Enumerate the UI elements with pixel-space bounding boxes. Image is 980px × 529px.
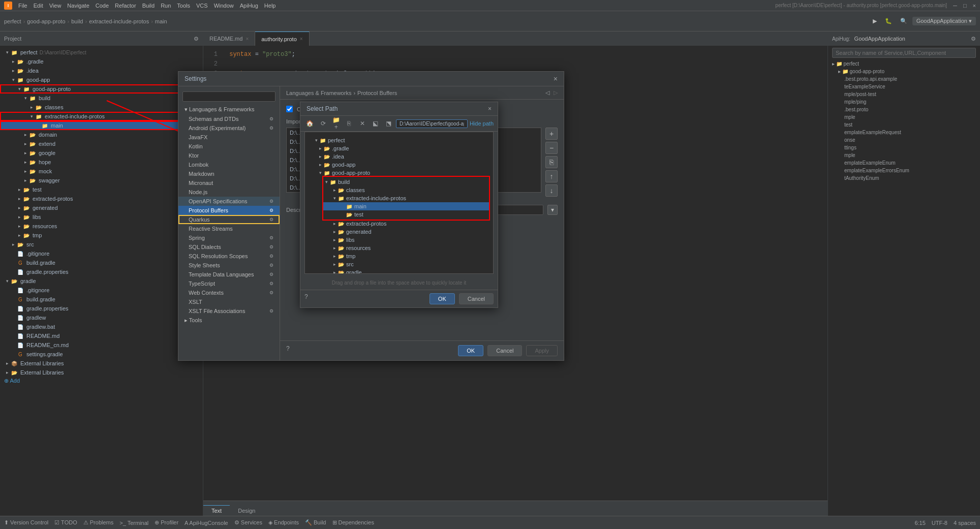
nav-xslt[interactable]: XSLT [178,297,280,306]
nav-item-test[interactable]: test [828,121,980,129]
tree-item-domain[interactable]: ▸ 📂 domain [0,130,203,139]
tree-item-swagger[interactable]: ▸ 📂 swagger [0,176,203,185]
nav-kotlin[interactable]: Kotlin [178,142,280,151]
tree-item-extend[interactable]: ▸ 📂 extend [0,139,203,148]
add-path-btn[interactable]: + [545,128,558,140]
ftree-main[interactable]: 📁 main [323,202,489,210]
menu-help[interactable]: Help [264,3,276,9]
nav-markdown[interactable]: Markdown [178,169,280,178]
tree-item-tmp[interactable]: ▸ 📂 tmp [0,231,203,240]
nav-item-api-example[interactable]: .best.proto.api.example [828,75,980,83]
ftree-perfect[interactable]: ▾ 📁 perfect [309,136,489,144]
nav-sql-resolution[interactable]: SQL Resolution Scopes ⚙ [178,252,280,261]
menu-tools[interactable]: Tools [177,3,190,9]
menu-navigate[interactable]: Navigate [67,3,89,9]
move-up-btn[interactable]: ↑ [545,170,558,182]
settings-back-btn[interactable]: ◁ [545,89,549,96]
breadcrumb-good-app-proto[interactable]: good-app-proto [27,18,65,24]
nav-item-ping[interactable]: mple/ping [828,98,980,106]
nav-item-mple[interactable]: mple [828,113,980,121]
dialog-new-folder-btn[interactable]: 📁+ [330,118,342,129]
status-version-control[interactable]: ⬆ Version Control [4,519,48,526]
menu-window[interactable]: Window [214,3,234,9]
nav-ktor[interactable]: Ktor [178,151,280,160]
ftree-extracted-protos[interactable]: ▸ 📂 extracted-protos [309,220,489,228]
tree-item-scratches[interactable]: ▸ 📂 External Libraries [0,368,203,377]
tree-item-mock[interactable]: ▸ 📂 mock [0,167,203,176]
tree-item-gradle[interactable]: ▸ 📂 .gradle [0,57,203,66]
menu-file[interactable]: File [18,3,27,9]
tree-item-gradle-folder[interactable]: ▾ 📂 gradle [0,276,203,286]
descriptor-dropdown-btn[interactable]: ▾ [547,205,558,215]
status-build[interactable]: 🔨 Build [305,519,326,526]
tree-item-resources[interactable]: ▸ 📂 resources [0,222,203,231]
nav-spring[interactable]: Spring ⚙ [178,233,280,242]
search-everywhere-btn[interactable]: 🔍 [897,17,910,25]
tree-item-hope[interactable]: ▸ 📂 hope [0,158,203,167]
tree-item-extracted-protos[interactable]: ▸ 📂 extracted-protos [0,194,203,203]
tree-item-classes[interactable]: ▸ 📂 classes [0,103,203,112]
ftree-good-app-proto[interactable]: ▾ 📁 good-app-proto [309,169,489,177]
status-todo[interactable]: ☑ TODO [54,519,77,526]
tree-item-readme[interactable]: 📄 README.md [0,331,203,340]
menu-code[interactable]: Code [96,3,109,9]
right-panel-app[interactable]: GoodAppApplication [854,36,905,42]
nav-quarkus[interactable]: Quarkus ⚙ [178,215,280,224]
move-down-btn[interactable]: ↓ [545,184,558,197]
dialog-copy-btn[interactable]: ⎘ [344,118,355,129]
ftree-generated[interactable]: ▸ 📂 generated [309,228,489,236]
status-services[interactable]: ⚙ Services [234,519,262,526]
nav-web-contexts[interactable]: Web Contexts ⚙ [178,288,280,297]
ftree-classes[interactable]: ▸ 📂 classes [323,186,489,194]
hide-path-btn[interactable]: Hide path [470,120,494,127]
status-profiler[interactable]: ⊕ Profiler [155,519,178,526]
status-terminal[interactable]: >_ Terminal [119,520,148,526]
nav-item-good-app-proto[interactable]: ▸ 📁 good-app-proto [828,68,980,75]
tree-item-libs[interactable]: ▸ 📂 libs [0,212,203,222]
right-panel-search-input[interactable] [832,48,976,58]
tree-item-build-gradle[interactable]: G build.gradle [0,258,203,267]
maximize-btn[interactable]: □ [963,3,967,9]
ftree-extracted-include-protos[interactable]: ▾ 📁 extracted-include-protos [323,194,489,202]
remove-path-btn[interactable]: − [545,142,558,154]
nav-item-post-test[interactable]: mple/post-test [828,90,980,98]
nav-template-data[interactable]: Template Data Languages ⚙ [178,270,280,279]
dialog-close-btn[interactable]: × [488,105,492,112]
nav-item-mple2[interactable]: mple [828,151,980,159]
breadcrumb-perfect[interactable]: perfect [4,18,21,24]
nav-sql-dialects[interactable]: SQL Dialects ⚙ [178,242,280,252]
dialog-help-btn[interactable]: ? [304,293,308,304]
debug-btn[interactable]: 🐛 [882,17,895,25]
menu-build[interactable]: Build [142,3,155,9]
tree-item-gradle-props2[interactable]: 📄 gradle.properties [0,304,203,313]
breadcrumb-build[interactable]: build [71,18,83,24]
close-btn[interactable]: × [973,3,976,9]
nav-reactive-streams[interactable]: Reactive Streams [178,224,280,233]
breadcrumb-extracted[interactable]: extracted-include-protos [89,18,149,24]
dialog-delete-btn[interactable]: ✕ [357,118,368,129]
nav-item-perfect[interactable]: ▸ 📁 perfect [828,60,980,68]
tab-readme[interactable]: README.md × [203,32,255,46]
tree-item-idea[interactable]: ▸ 📂 .idea [0,66,203,75]
status-apihug[interactable]: A ApiHugConsole [185,520,228,526]
tree-item-external-libs[interactable]: ▸ 📦 External Libraries [0,359,203,368]
tree-item-extracted-include-protos[interactable]: ▾ 📁 extracted-include-protos [0,112,203,121]
menu-view[interactable]: View [49,3,62,9]
tree-item-gradle-props[interactable]: 📄 gradle.properties [0,267,203,276]
tree-item-good-app[interactable]: ▾ 📁 good-app [0,75,203,84]
menu-run[interactable]: Run [161,3,171,9]
nav-item-response[interactable]: onse [828,136,980,144]
nav-item-authority-enum[interactable]: tAuthorityEnum [828,174,980,182]
status-endpoints[interactable]: ◈ Endpoints [268,519,299,526]
ftree-resources[interactable]: ▸ 📂 resources [309,244,489,252]
right-panel-settings-icon[interactable]: ⚙ [971,36,976,42]
settings-close-btn[interactable]: × [554,75,558,83]
tree-item-build-gradle2[interactable]: G build.gradle [0,295,203,304]
tree-item-generated[interactable]: ▸ 📂 generated [0,203,203,212]
nav-item-service[interactable]: teExampleService [828,83,980,90]
nav-nodejs[interactable]: Node.js [178,188,280,197]
sidebar-settings-icon[interactable]: ⚙ [194,36,199,42]
status-dependencies[interactable]: ⊞ Dependencies [332,519,374,526]
ftree-gradle[interactable]: ▸ 📂 .gradle [309,144,489,152]
ftree-tmp[interactable]: ▸ 📂 tmp [309,252,489,260]
